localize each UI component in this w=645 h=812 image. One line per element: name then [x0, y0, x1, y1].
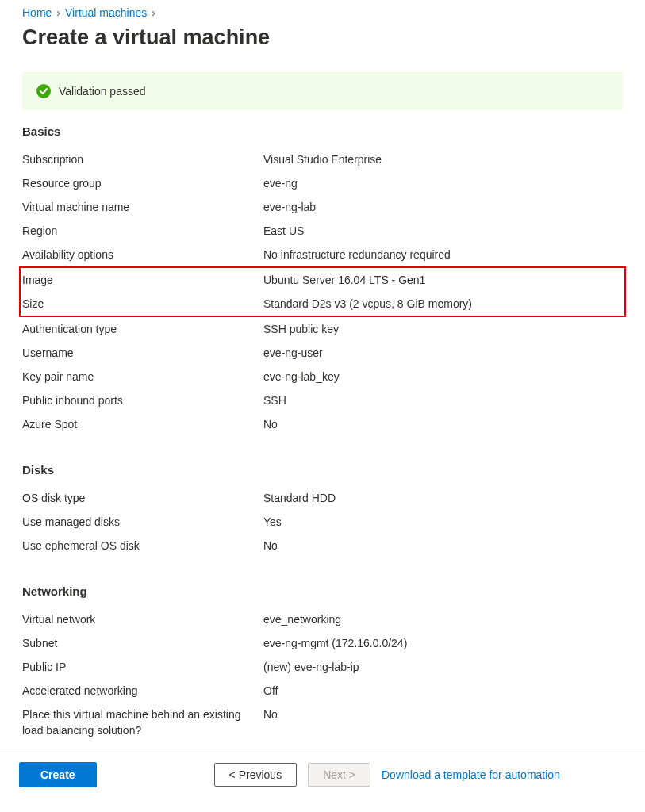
value-load-balancing: No [263, 707, 278, 738]
value-auth-type: SSH public key [263, 321, 339, 337]
value-size: Standard D2s v3 (2 vcpus, 8 GiB memory) [263, 296, 472, 312]
label-availability: Availability options [22, 247, 263, 262]
value-key-pair: eve-ng-lab_key [263, 369, 340, 385]
breadcrumb: Home › Virtual machines › [22, 3, 623, 21]
breadcrumb-home[interactable]: Home [22, 6, 52, 19]
value-availability: No infrastructure redundancy required [263, 247, 451, 262]
value-region: East US [263, 223, 304, 239]
validation-text: Validation passed [59, 85, 145, 98]
row-subscription: Subscription Visual Studio Enterprise [22, 147, 623, 171]
value-accel-networking: Off [263, 683, 278, 699]
value-subscription: Visual Studio Enterprise [263, 151, 382, 167]
create-button[interactable]: Create [19, 762, 97, 787]
row-accel-networking: Accelerated networking Off [22, 679, 623, 703]
label-auth-type: Authentication type [22, 321, 263, 337]
value-os-disk-type: Standard HDD [263, 490, 336, 506]
row-azure-spot: Azure Spot No [22, 412, 623, 436]
footer: Create < Previous Next > Download a temp… [0, 749, 645, 795]
value-image: Ubuntu Server 16.04 LTS - Gen1 [263, 272, 425, 288]
breadcrumb-vms[interactable]: Virtual machines [65, 6, 147, 19]
value-managed-disks: Yes [263, 514, 282, 530]
previous-button[interactable]: < Previous [214, 763, 298, 787]
label-username: Username [22, 345, 263, 361]
label-subscription: Subscription [22, 151, 263, 167]
label-resource-group: Resource group [22, 175, 263, 191]
row-vnet: Virtual network eve_networking [22, 607, 623, 631]
chevron-right-icon: › [56, 6, 60, 19]
row-managed-disks: Use managed disks Yes [22, 510, 623, 534]
value-public-ip: (new) eve-ng-lab-ip [263, 659, 359, 675]
section-title-basics: Basics [22, 124, 623, 138]
highlight-box: Image Ubuntu Server 16.04 LTS - Gen1 Siz… [19, 266, 626, 317]
row-resource-group: Resource group eve-ng [22, 171, 623, 195]
label-vm-name: Virtual machine name [22, 199, 263, 215]
row-auth-type: Authentication type SSH public key [22, 317, 623, 341]
value-ephemeral-disk: No [263, 538, 278, 553]
section-title-disks: Disks [22, 463, 623, 477]
row-size: Size Standard D2s v3 (2 vcpus, 8 GiB mem… [22, 292, 623, 316]
row-inbound-ports: Public inbound ports SSH [22, 389, 623, 412]
label-image: Image [22, 272, 263, 288]
chevron-right-icon: › [152, 6, 155, 19]
value-vnet: eve_networking [263, 611, 341, 627]
label-vnet: Virtual network [22, 611, 263, 627]
value-azure-spot: No [263, 416, 278, 432]
value-subnet: eve-ng-mgmt (172.16.0.0/24) [263, 635, 407, 651]
row-image: Image Ubuntu Server 16.04 LTS - Gen1 [22, 268, 623, 292]
label-region: Region [22, 223, 263, 239]
row-username: Username eve-ng-user [22, 341, 623, 365]
label-size: Size [22, 296, 263, 312]
row-key-pair: Key pair name eve-ng-lab_key [22, 365, 623, 389]
download-template-link[interactable]: Download a template for automation [382, 768, 560, 781]
label-inbound-ports: Public inbound ports [22, 393, 263, 408]
label-key-pair: Key pair name [22, 369, 263, 385]
page-title: Create a virtual machine [22, 25, 623, 50]
validation-banner: Validation passed [22, 72, 623, 110]
value-inbound-ports: SSH [263, 393, 286, 408]
label-ephemeral-disk: Use ephemeral OS disk [22, 538, 263, 553]
row-region: Region East US [22, 219, 623, 243]
section-title-networking: Networking [22, 584, 623, 598]
row-os-disk-type: OS disk type Standard HDD [22, 486, 623, 510]
value-resource-group: eve-ng [263, 175, 298, 191]
label-azure-spot: Azure Spot [22, 416, 263, 432]
value-vm-name: eve-ng-lab [263, 199, 316, 215]
label-os-disk-type: OS disk type [22, 490, 263, 506]
label-accel-networking: Accelerated networking [22, 683, 263, 699]
row-load-balancing: Place this virtual machine behind an exi… [22, 703, 623, 742]
label-managed-disks: Use managed disks [22, 514, 263, 530]
row-public-ip: Public IP (new) eve-ng-lab-ip [22, 655, 623, 679]
label-subnet: Subnet [22, 635, 263, 651]
row-availability: Availability options No infrastructure r… [22, 243, 623, 266]
value-username: eve-ng-user [263, 345, 323, 361]
row-vm-name: Virtual machine name eve-ng-lab [22, 195, 623, 219]
row-ephemeral-disk: Use ephemeral OS disk No [22, 534, 623, 557]
label-load-balancing: Place this virtual machine behind an exi… [22, 707, 263, 738]
label-public-ip: Public IP [22, 659, 263, 675]
next-button: Next > [308, 763, 370, 787]
row-subnet: Subnet eve-ng-mgmt (172.16.0.0/24) [22, 631, 623, 655]
check-circle-icon [36, 84, 51, 98]
